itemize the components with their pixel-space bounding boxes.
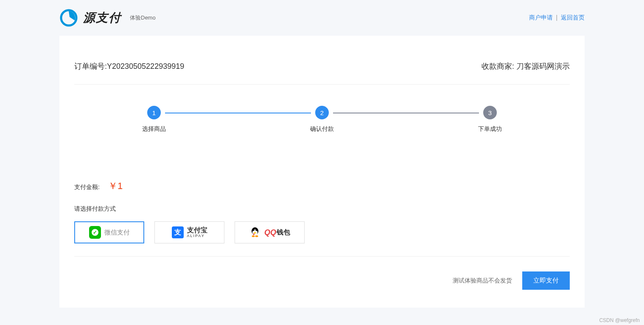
- step-2-label: 确认付款: [310, 125, 334, 133]
- step-2-circle: 2: [315, 106, 329, 119]
- top-links: 商户申请 | 返回首页: [529, 14, 585, 22]
- order-number-value: Y20230505222939919: [107, 62, 184, 71]
- payment-methods: 微信支付 支 支付宝 ALIPAY: [74, 221, 570, 257]
- qq-label: QQ 钱包: [264, 228, 290, 237]
- logo-area: 源支付 体验Demo: [59, 8, 156, 27]
- footer-row: 测试体验商品不会发货 立即支付: [74, 271, 570, 290]
- logo-text: 源支付: [83, 11, 121, 25]
- step-1: 1 选择商品: [142, 106, 166, 133]
- logo-icon: [59, 8, 78, 27]
- pay-option-wechat[interactable]: 微信支付: [74, 221, 144, 243]
- payment-select-label: 请选择付款方式: [74, 205, 570, 213]
- pay-now-button[interactable]: 立即支付: [522, 271, 570, 290]
- pay-option-alipay[interactable]: 支 支付宝 ALIPAY: [154, 221, 224, 243]
- alipay-icon: 支: [172, 226, 184, 238]
- shipping-notice: 测试体验商品不会发货: [453, 277, 512, 285]
- back-home-link[interactable]: 返回首页: [561, 14, 585, 21]
- order-number: 订单编号:Y20230505222939919: [74, 61, 184, 71]
- merchant-label: 收款商家:: [482, 62, 514, 71]
- qq-icon: [249, 226, 261, 238]
- step-2: 2 确认付款: [310, 106, 334, 133]
- link-separator: |: [556, 14, 557, 21]
- wechat-label: 微信支付: [104, 229, 130, 237]
- amount-row: 支付金额: ￥1: [74, 180, 570, 192]
- amount-label: 支付金额:: [74, 184, 100, 191]
- step-3-label: 下单成功: [478, 125, 502, 133]
- progress-steps: 1 选择商品 2 确认付款 3 下单成功: [74, 85, 570, 163]
- step-1-circle: 1: [147, 106, 161, 119]
- merchant-apply-link[interactable]: 商户申请: [529, 14, 553, 21]
- order-label: 订单编号:: [74, 62, 107, 71]
- svg-point-7: [255, 235, 258, 237]
- svg-point-3: [253, 229, 254, 231]
- svg-point-4: [255, 229, 257, 231]
- step-line-2-3: [333, 113, 479, 113]
- page-header: 源支付 体验Demo 商户申请 | 返回首页: [0, 0, 644, 31]
- step-1-label: 选择商品: [142, 125, 166, 133]
- wechat-icon: [89, 226, 101, 238]
- demo-tag: 体验Demo: [130, 14, 156, 22]
- order-info-row: 订单编号:Y20230505222939919 收款商家: 刀客源码网演示: [74, 61, 570, 85]
- pay-option-qqwallet[interactable]: QQ 钱包: [235, 221, 305, 243]
- merchant-name: 刀客源码网演示: [516, 62, 570, 71]
- step-line-1-2: [165, 113, 311, 113]
- svg-point-5: [254, 232, 256, 234]
- merchant-info: 收款商家: 刀客源码网演示: [482, 61, 570, 71]
- alipay-label: 支付宝 ALIPAY: [187, 226, 207, 238]
- step-3: 3 下单成功: [478, 106, 502, 133]
- svg-point-6: [252, 235, 255, 237]
- amount-value: ￥1: [108, 180, 123, 192]
- main-container: 订单编号:Y20230505222939919 收款商家: 刀客源码网演示 1 …: [59, 36, 585, 308]
- step-3-circle: 3: [483, 106, 497, 119]
